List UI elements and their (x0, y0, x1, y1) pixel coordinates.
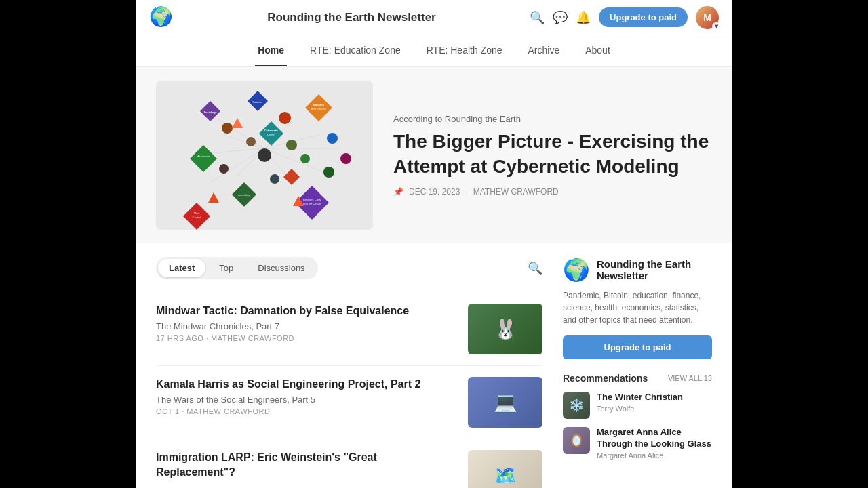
article-item: Immigration LARP: Eric Weinstein's "Grea… (156, 439, 542, 488)
rec-thumbnail[interactable]: 🪞 (563, 427, 590, 454)
article-title[interactable]: Kamala Harris as Social Engineering Proj… (156, 377, 457, 392)
sidebar-description: Pandemic, Bitcoin, education, finance, s… (563, 289, 712, 326)
svg-line-7 (224, 135, 264, 148)
nav-item-education[interactable]: RTE: Education Zone (307, 35, 403, 66)
svg-point-41 (323, 167, 334, 178)
svg-point-36 (327, 133, 338, 144)
article-meta: OCT 1 · MATHEW CRAWFORD (156, 407, 457, 415)
svg-text:something: something (238, 193, 250, 197)
svg-point-40 (270, 174, 279, 184)
search-articles-icon[interactable]: 🔍 (528, 261, 542, 276)
nav-item-home[interactable]: Home (255, 35, 287, 66)
sidebar-upgrade-button[interactable]: Upgrade to paid (563, 336, 712, 359)
rec-author: Terry Wolfe (597, 405, 712, 413)
hero-meta: 📌 DEC 19, 2023 · MATHEW CRAWFORD (393, 187, 712, 197)
svg-text:Religion, Cults: Religion, Cults (303, 198, 321, 201)
avatar[interactable]: M (696, 6, 719, 29)
nav-item-archive[interactable]: Archive (526, 35, 563, 66)
article-title[interactable]: Mindwar Tactic: Damnation by False Equiv… (156, 304, 457, 319)
article-body: Immigration LARP: Eric Weinstein's "Grea… (156, 450, 457, 483)
article-meta: 17 HRS AGO · MATHEW CRAWFORD (156, 334, 457, 342)
bell-icon[interactable]: 🔔 (576, 10, 591, 25)
rec-title[interactable]: The Winter Christian (597, 392, 712, 403)
svg-marker-42 (232, 118, 243, 128)
hero-pin-icon: 📌 (393, 187, 403, 197)
right-black-bar (732, 0, 868, 488)
margaret-image: 🪞 (563, 427, 590, 454)
navigation: Home RTE: Education Zone RTE: Health Zon… (136, 35, 732, 67)
article-item: Mindwar Tactic: Damnation by False Equiv… (156, 293, 542, 366)
svg-text:Academia: Academia (197, 155, 210, 158)
svg-point-35 (300, 154, 310, 163)
site-logo[interactable]: 🌍 (149, 5, 174, 30)
tab-discussions[interactable]: Discussions (247, 259, 315, 277)
svg-point-34 (286, 140, 297, 150)
recommendations-title: Recommendations (563, 373, 648, 384)
svg-marker-44 (208, 192, 219, 203)
svg-text:Sociology: Sociology (203, 110, 217, 114)
sidebar-globe-icon: 🌍 (563, 257, 590, 283)
svg-text:Mind: Mind (194, 211, 200, 215)
globe-icon: 🌍 (149, 6, 173, 27)
article-title[interactable]: Immigration LARP: Eric Weinstein's "Grea… (156, 450, 457, 481)
svg-point-38 (279, 112, 291, 124)
recommendation-item: 🪞 Margaret Anna Alice Through the Lookin… (563, 427, 712, 460)
chat-icon[interactable]: 💬 (553, 10, 568, 25)
svg-text:Fascism: Fascism (253, 100, 264, 104)
recommendation-item: ❄️ The Winter Christian Terry Wolfe (563, 392, 712, 419)
rec-title[interactable]: Margaret Anna Alice Through the Looking … (597, 427, 712, 450)
tab-top[interactable]: Top (208, 259, 244, 277)
hero-title[interactable]: The Bigger Picture - Exercising the Atte… (393, 129, 712, 179)
svg-text:and Finance: and Finance (311, 107, 327, 110)
svg-text:Control: Control (193, 216, 201, 219)
article-item: Kamala Harris as Social Engineering Proj… (156, 366, 542, 439)
hero-image[interactable]: Sociology Banking and Finance Fascism Cy… (156, 81, 373, 230)
hero-date: DEC 19, 2023 (409, 187, 460, 197)
header: 🌍 Rounding the Earth Newsletter 🔍 💬 🔔 Up… (136, 0, 732, 35)
sidebar-newsletter-name: Rounding the Earth Newsletter (597, 258, 712, 281)
rec-author: Margaret Anna Alice (597, 451, 712, 460)
computer-image: 💻 (468, 377, 542, 428)
article-subtitle: The Wars of the Social Engineers, Part 5 (156, 394, 457, 405)
svg-line-6 (264, 148, 332, 176)
left-black-bar (0, 0, 136, 488)
svg-point-32 (222, 123, 233, 134)
nav-item-health[interactable]: RTE: Health Zone (424, 35, 505, 66)
winter-christian-image: ❄️ (563, 392, 590, 419)
svg-point-33 (246, 137, 256, 146)
view-all-button[interactable]: VIEW ALL 13 (668, 374, 712, 382)
rec-info: The Winter Christian Terry Wolfe (597, 392, 712, 413)
article-thumbnail[interactable]: 💻 (468, 377, 542, 428)
rabbit-image: 🐰 (468, 304, 542, 354)
rec-thumbnail[interactable]: ❄️ (563, 392, 590, 419)
hero-content: According to Rounding the Earth The Bigg… (393, 114, 712, 197)
svg-marker-28 (283, 169, 300, 185)
rec-info: Margaret Anna Alice Through the Looking … (597, 427, 712, 460)
map-image: 🗺️ (468, 450, 542, 488)
search-icon[interactable]: 🔍 (530, 10, 545, 25)
article-body: Mindwar Tactic: Damnation by False Equiv… (156, 304, 457, 342)
upgrade-button[interactable]: Upgrade to paid (599, 7, 688, 27)
svg-text:and the Occult: and the Occult (303, 202, 321, 205)
hero-author: MATHEW CRAWFORD (473, 187, 559, 197)
svg-line-5 (210, 148, 264, 182)
content-area: Latest Top Discussions 🔍 Mindwar Tactic:… (136, 243, 732, 488)
svg-point-20 (258, 148, 271, 162)
tab-latest[interactable]: Latest (158, 259, 205, 277)
cybernetic-diagram: Sociology Banking and Finance Fascism Cy… (156, 81, 373, 230)
hero-subtitle: According to Rounding the Earth (393, 114, 712, 124)
svg-text:Cybernetic: Cybernetic (264, 129, 279, 132)
header-actions: 🔍 💬 🔔 Upgrade to paid M (530, 6, 719, 29)
tabs: Latest Top Discussions (156, 257, 318, 279)
svg-point-37 (340, 153, 351, 164)
header-title: Rounding the Earth Newsletter (174, 11, 530, 24)
article-thumbnail[interactable]: 🗺️ (468, 450, 542, 488)
tabs-row: Latest Top Discussions 🔍 (156, 257, 542, 279)
recommendations-header: Recommendations VIEW ALL 13 (563, 373, 712, 384)
article-thumbnail[interactable]: 🐰 (468, 304, 542, 354)
hero-dot: · (465, 187, 467, 197)
sidebar: 🌍 Rounding the Earth Newsletter Pandemic… (563, 257, 712, 488)
svg-text:Banking: Banking (313, 103, 324, 106)
articles-section: Latest Top Discussions 🔍 Mindwar Tactic:… (156, 257, 542, 488)
nav-item-about[interactable]: About (583, 35, 613, 66)
